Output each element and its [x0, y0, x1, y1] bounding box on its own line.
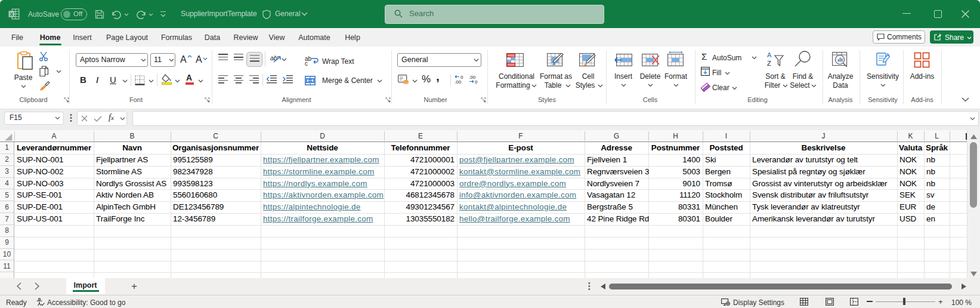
svg-text:X: X	[10, 11, 13, 17]
svg-text:.00: .00	[455, 79, 462, 84]
svg-text:Z: Z	[767, 60, 771, 67]
svg-text:0: 0	[475, 79, 478, 84]
svg-text:A: A	[767, 51, 772, 58]
